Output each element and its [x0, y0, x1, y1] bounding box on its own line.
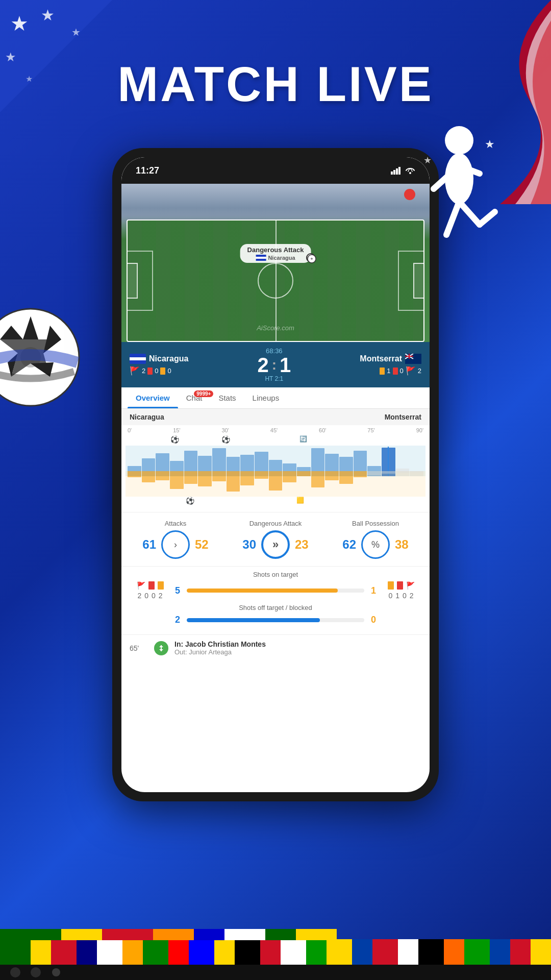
svg-text:★: ★ — [10, 12, 29, 35]
events-row-bottom: ⚽ 🟨 — [126, 497, 425, 508]
ball-position — [306, 253, 315, 262]
possession-label: Ball Possession — [352, 520, 399, 527]
away-team-info: Montserrat — [360, 354, 421, 376]
away-score: 1 — [280, 355, 291, 375]
color-bar-decoration — [0, 898, 551, 980]
possession-stat: Ball Possession 62 % 38 — [342, 520, 408, 559]
svg-rect-66 — [194, 929, 224, 940]
tabs-bar: Overview Chat 9999+ Stats Lineups — [121, 387, 430, 409]
field-pitch — [127, 219, 424, 342]
substitution-icon — [154, 641, 168, 655]
svg-rect-58 — [0, 965, 551, 980]
live-indicator — [404, 189, 415, 200]
halftime-score: HT 2:1 — [257, 375, 291, 382]
svg-rect-63 — [61, 929, 102, 940]
home-score: 2 — [257, 355, 268, 375]
svg-rect-69 — [296, 929, 337, 940]
away-team-stats: 1 0 🚩 2 — [380, 366, 421, 376]
timeline-area: 0' 15' 30' 45' 60' 75' 90' ⚽ ⚽ 🔄 — [121, 425, 430, 512]
attacks-circle: › — [161, 530, 190, 559]
possession-values: 62 % 38 — [342, 530, 408, 559]
tab-lineups[interactable]: Lineups — [244, 387, 288, 408]
shots-section: Shots on target 🚩 2 0 0 2 5 — [121, 566, 430, 634]
dangerous-stat: Dangerous Attack 30 » 23 — [242, 520, 308, 559]
status-time: 11:27 — [136, 165, 159, 176]
home-team-info: Nicaragua 🚩 2 0 0 — [130, 354, 188, 376]
home-team-stats: 🚩 2 0 0 — [130, 366, 171, 376]
possession-home: 62 — [342, 537, 356, 552]
phone-frame: 11:27 — [112, 148, 439, 801]
home-cards-left: 🚩 2 0 0 2 — [130, 581, 170, 600]
possession-away: 38 — [395, 537, 409, 552]
svg-text:★: ★ — [423, 155, 432, 165]
svg-rect-64 — [102, 929, 153, 940]
substitution-details: In: Jacob Christian Montes Out: Junior A… — [174, 640, 266, 656]
tab-chat[interactable]: Chat 9999+ — [178, 387, 211, 408]
watermark: AiScore.com — [257, 324, 294, 332]
away-team-name: Montserrat — [360, 354, 402, 363]
shots-off-target-label: Shots off target / blocked — [130, 604, 421, 611]
svg-rect-67 — [224, 929, 265, 940]
score-center: 68:36 2 : 1 HT 2:1 — [257, 347, 291, 382]
svg-rect-19 — [393, 170, 395, 175]
tab-stats[interactable]: Stats — [210, 387, 244, 408]
svg-rect-62 — [0, 929, 61, 940]
status-bar: 11:27 — [121, 157, 430, 184]
substitution-row: 65' In: Jacob Christian Montes Out: Juni… — [121, 634, 430, 661]
page-title: MATCH LIVE — [0, 56, 551, 112]
dangerous-values: 30 » 23 — [242, 530, 308, 559]
soccer-ball-decoration — [0, 306, 82, 408]
phone-screen: 11:27 — [121, 157, 430, 792]
field-area: AiScore.com AiScore.com AiScore.com Dan — [121, 184, 430, 342]
attacks-away: 52 — [195, 537, 209, 552]
svg-rect-18 — [391, 172, 393, 175]
score-separator: : — [272, 358, 277, 372]
shots-off-target-home: 2 — [170, 615, 185, 625]
svg-point-59 — [10, 967, 20, 977]
svg-rect-32 — [409, 354, 410, 359]
svg-rect-20 — [396, 168, 398, 175]
danger-attack-label: Dangerous Attack Nicaragua — [240, 244, 311, 263]
status-icons — [391, 166, 415, 175]
svg-text:★: ★ — [71, 27, 81, 38]
away-cards-right: 🚩 0 1 0 2 — [381, 581, 421, 600]
svg-point-61 — [52, 968, 60, 976]
score-section: Nicaragua 🚩 2 0 0 68:36 2 : 1 — [121, 342, 430, 387]
timeline-chart — [126, 446, 425, 497]
shots-on-target-home: 5 — [170, 585, 185, 596]
svg-point-9 — [445, 126, 473, 155]
shots-off-target-row: 2 0 — [130, 615, 421, 625]
shots-off-target-away: 0 — [366, 615, 381, 625]
tab-overview[interactable]: Overview — [128, 387, 178, 408]
stats-grid: Attacks 61 › 52 Dangerous Attack 30 » 23… — [121, 512, 430, 566]
home-team-header: Nicaragua — [130, 413, 164, 421]
dangerous-home: 30 — [242, 537, 256, 552]
dangerous-away: 23 — [295, 537, 309, 552]
shots-on-target-row: 🚩 2 0 0 2 5 1 — [130, 581, 421, 600]
svg-text:★: ★ — [485, 138, 495, 151]
events-row-top: ⚽ ⚽ 🔄 — [126, 435, 425, 446]
possession-circle: % — [361, 530, 390, 559]
attacks-home: 61 — [142, 537, 156, 552]
svg-rect-65 — [153, 929, 194, 940]
shots-on-target-away: 1 — [366, 585, 381, 596]
dangerous-label: Dangerous Attack — [249, 520, 302, 527]
shots-on-target-bar — [187, 589, 364, 593]
svg-line-13 — [446, 202, 459, 235]
sub-time: 65' — [130, 644, 148, 652]
player-figure-decoration: ★ ★ — [418, 122, 500, 276]
timeline-minutes: 0' 15' 30' 45' 60' 75' 90' — [126, 425, 425, 435]
svg-rect-68 — [265, 929, 296, 940]
dangerous-circle: » — [261, 530, 290, 559]
home-flag — [130, 354, 146, 364]
attacks-stat: Attacks 61 › 52 — [142, 520, 208, 559]
away-team-header: Montserrat — [385, 413, 421, 421]
teams-header: Nicaragua Montserrat — [121, 409, 430, 425]
svg-line-15 — [480, 212, 495, 225]
shots-off-target-bar — [187, 618, 364, 622]
svg-line-14 — [459, 202, 480, 225]
attacks-label: Attacks — [165, 520, 187, 527]
stadium-crowd — [121, 184, 430, 225]
attacks-values: 61 › 52 — [142, 530, 208, 559]
svg-point-60 — [31, 967, 41, 977]
